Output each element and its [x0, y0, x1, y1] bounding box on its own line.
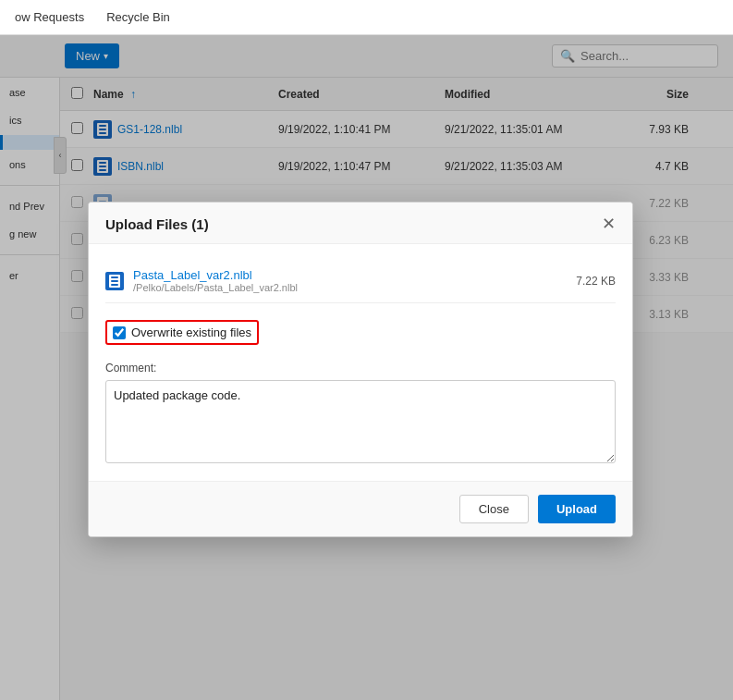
nav-item-recycle-bin[interactable]: Recycle Bin	[106, 10, 170, 24]
modal-header: Upload Files (1) ✕	[89, 203, 632, 244]
modal-close-button[interactable]: ✕	[602, 215, 616, 232]
comment-section: Comment: Updated package code.	[105, 354, 616, 481]
overwrite-checkbox[interactable]	[113, 326, 126, 339]
upload-files-modal: Upload Files (1) ✕ Pasta_Label_var2.nlbl…	[88, 202, 633, 537]
modal-file-path: /Pelko/Labels/Pasta_Label_var2.nlbl	[133, 282, 567, 293]
nav-item-flow-requests[interactable]: ow Requests	[15, 10, 84, 24]
modal-title: Upload Files (1)	[105, 216, 209, 232]
modal-file-item: Pasta_Label_var2.nlbl /Pelko/Labels/Past…	[105, 259, 616, 303]
overwrite-label[interactable]: Overwrite existing files	[131, 325, 251, 339]
overwrite-section: Overwrite existing files	[105, 303, 616, 354]
modal-file-info: Pasta_Label_var2.nlbl /Pelko/Labels/Past…	[133, 268, 567, 293]
overwrite-checkbox-wrapper: Overwrite existing files	[105, 320, 259, 345]
modal-file-name: Pasta_Label_var2.nlbl	[133, 268, 567, 282]
upload-button[interactable]: Upload	[538, 495, 616, 523]
comment-label: Comment:	[105, 362, 616, 375]
top-nav: ow Requests Recycle Bin	[0, 0, 733, 35]
comment-textarea[interactable]: Updated package code.	[105, 380, 616, 463]
file-icon	[105, 272, 124, 290]
modal-footer: Close Upload	[89, 481, 632, 536]
modal-file-size: 7.22 KB	[576, 275, 616, 288]
modal-body: Pasta_Label_var2.nlbl /Pelko/Labels/Past…	[89, 244, 632, 481]
file-icon-inner	[109, 275, 120, 288]
close-modal-button[interactable]: Close	[459, 495, 529, 523]
